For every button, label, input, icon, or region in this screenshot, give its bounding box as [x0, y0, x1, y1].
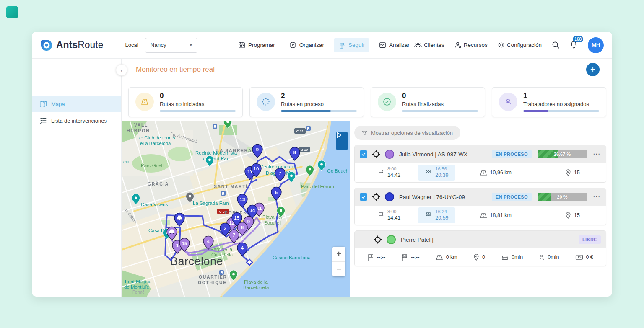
check-icon	[361, 194, 366, 199]
menu-item-organizar[interactable]: Organizar	[285, 38, 329, 52]
map-svg: C-31B-10C-31 VALLHEBRONc: Club de tennis…	[122, 121, 350, 297]
local-label: Local	[125, 42, 138, 48]
metric-value: --:--	[377, 254, 385, 260]
road-shield: C-31	[294, 128, 306, 134]
svg-text:9: 9	[256, 147, 259, 152]
svg-text:8: 8	[241, 225, 244, 230]
map-expand-button[interactable]	[336, 132, 348, 150]
route-checkbox[interactable]	[360, 150, 367, 158]
org-select-value: Nancy	[151, 42, 166, 48]
planned-start-time: 8:00	[387, 209, 400, 215]
collapse-sidebar-button[interactable]: ‹	[116, 64, 127, 76]
page-corner-logo	[6, 6, 18, 18]
svg-text:14: 14	[250, 208, 255, 213]
menu-item-programar[interactable]: Programar	[234, 38, 280, 52]
sidebar-item-label: Lista de intervenciones	[51, 118, 107, 124]
actual-start-time: 14:42	[387, 172, 400, 179]
svg-text:15: 15	[234, 215, 240, 220]
chevron-down-icon: ▾	[190, 42, 192, 48]
stops-metric: 0	[473, 254, 485, 261]
pin-icon	[473, 254, 479, 261]
navbar-right: Clientes Recursos Configuración	[414, 37, 604, 53]
route-card-julia-virmond: Julia Virmond | AS-987-WX EN PROCESO 26.…	[354, 145, 606, 183]
nav-link-clientes[interactable]: Clientes	[414, 41, 444, 49]
route-card-metrics: 8:00 14:42 16:56 20:39	[355, 163, 606, 182]
spinner-icon	[257, 93, 275, 111]
route-card-metrics: 8:00 14:41 16:24 20:59	[355, 206, 606, 225]
zoom-out-button[interactable]: −	[332, 262, 345, 276]
stat-progress-track	[160, 110, 236, 112]
calendar-icon	[238, 41, 245, 49]
sidebar-item-label: Mapa	[51, 101, 65, 107]
drive-time-metric: 0min	[501, 254, 523, 261]
driver-color-avatar[interactable]	[387, 235, 396, 244]
add-button[interactable]: +	[586, 63, 600, 76]
map-label: c: Club de tennis	[139, 135, 175, 140]
stat-label: Rutas en proceso	[281, 101, 357, 107]
driver-color-avatar[interactable]	[385, 192, 394, 201]
brand-name: AntsRoute	[56, 39, 104, 51]
planned-end-time: 16:56	[435, 166, 448, 172]
map-label: de Montjuïc	[124, 284, 149, 289]
search-button[interactable]	[552, 41, 560, 49]
stat-label: Rutas finalizadas	[402, 101, 478, 107]
map-zoom-controls: + −	[332, 247, 345, 276]
nav-link-configuracion[interactable]: Configuración	[498, 41, 542, 49]
distance-metric: 18,81 km	[480, 212, 512, 219]
stat-progress-track	[281, 110, 357, 112]
start-time-metric: 8:00 14:41	[378, 209, 400, 221]
route-name[interactable]: Julia Virmond | AS-987-WX	[399, 151, 467, 158]
map-label: Casa Vicens	[141, 202, 168, 207]
sidebar-item-lista-de-intervenciones[interactable]: Lista de intervenciones	[32, 112, 121, 129]
metric-value: 0 €	[586, 254, 593, 260]
route-menu-button[interactable]: ⋯	[593, 195, 601, 199]
service-time-metric: 0min	[539, 254, 559, 261]
notifications-button[interactable]: 168	[570, 40, 578, 50]
org-select[interactable]: Nancy ▾	[145, 38, 197, 53]
locate-target-icon[interactable]	[371, 192, 381, 201]
map-icon	[39, 100, 47, 108]
map-label: QUARTIER	[199, 274, 227, 279]
clients-icon	[414, 41, 422, 49]
distance-metric: 10,96 km	[480, 170, 512, 176]
sidebar-item-mapa[interactable]: Mapa	[32, 96, 121, 112]
stat-value: 2	[281, 92, 357, 100]
nav-link-recursos[interactable]: Recursos	[454, 41, 488, 49]
routes-panel: Mostrar opciones de visualización	[350, 121, 612, 297]
locate-target-icon[interactable]	[373, 235, 382, 244]
resources-icon	[454, 41, 462, 49]
user-avatar[interactable]: MH	[588, 37, 604, 53]
route-checkbox[interactable]	[360, 193, 367, 201]
search-icon	[552, 41, 560, 49]
route-card-header: Paul Wagner | 76-UYG-09 EN PROCESO 20 % …	[355, 188, 606, 206]
driver-color-avatar[interactable]	[385, 150, 394, 159]
page-header: ‹ Monitoreo en tiempo real +	[122, 59, 612, 80]
map-label: Playa de la	[244, 279, 268, 284]
map-label: GOTHIQUE	[198, 280, 227, 285]
notification-badge: 168	[573, 36, 583, 42]
status-badge: LIBRE	[579, 235, 601, 244]
main-menu: Programar Organizar Seguir Analizar	[234, 38, 414, 52]
stat-progress-track	[402, 110, 478, 112]
map-label: La Sagrada Fam	[193, 201, 229, 206]
menu-item-analizar[interactable]: Analizar	[374, 38, 414, 52]
worker-icon	[539, 254, 545, 261]
route-icon	[135, 93, 154, 111]
svg-text:1: 1	[176, 243, 179, 248]
locate-target-icon[interactable]	[371, 150, 381, 159]
route-menu-button[interactable]: ⋯	[593, 152, 601, 156]
brand-logo[interactable]: AntsRoute	[40, 39, 104, 52]
display-options-button[interactable]: Mostrar opciones de visualización	[354, 126, 460, 140]
map-label: GRÀCIA	[148, 181, 169, 186]
stops-count: 15	[574, 212, 580, 218]
stat-card-rutas-no-iniciadas: 0 Rutas no iniciadas	[128, 87, 243, 117]
route-name[interactable]: Pierre Patel |	[401, 237, 434, 243]
map-canvas[interactable]: C-31B-10C-31 VALLHEBRONc: Club de tennis…	[122, 121, 350, 297]
svg-text:13: 13	[240, 197, 245, 202]
svg-text:7: 7	[279, 171, 281, 176]
route-name[interactable]: Paul Wagner | 76-UYG-09	[399, 194, 465, 200]
zoom-in-button[interactable]: +	[332, 247, 345, 261]
road-shield: B-10	[299, 147, 310, 152]
status-badge: EN PROCESO	[492, 150, 532, 158]
menu-item-seguir[interactable]: Seguir	[334, 38, 369, 52]
